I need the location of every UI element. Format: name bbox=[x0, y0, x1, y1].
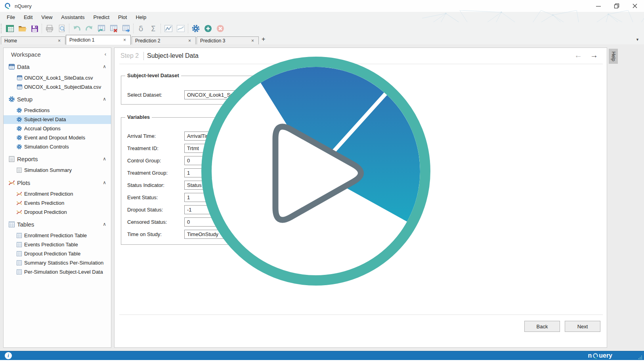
nquery-q-icon bbox=[592, 352, 599, 360]
application-window: nQuery File Edit View Assistants Predict… bbox=[0, 0, 644, 362]
revert-data-table-button[interactable] bbox=[95, 23, 107, 34]
censored-status-label: Censored Status: bbox=[127, 219, 167, 225]
tab-overflow-icon[interactable]: ▼ bbox=[636, 38, 639, 42]
menu-predict[interactable]: Predict bbox=[89, 13, 114, 22]
chevron-up-icon[interactable]: ∧ bbox=[103, 180, 106, 185]
plot-alt-button[interactable] bbox=[174, 23, 187, 34]
window-title: nQuery bbox=[15, 3, 32, 9]
tab-home[interactable]: Home × bbox=[1, 36, 65, 45]
group-legend: Subject-level Dataset bbox=[125, 72, 181, 78]
sidebar-item-summary-statistics-per-simulation[interactable]: Summary Statistics Per-Simulation bbox=[4, 259, 111, 267]
menu-view[interactable]: View bbox=[37, 13, 57, 22]
print-button[interactable] bbox=[43, 23, 55, 34]
tab-close-icon[interactable]: × bbox=[250, 38, 255, 44]
csv-icon bbox=[17, 75, 23, 81]
sidebar-item-events-prediction[interactable]: Events Prediction bbox=[4, 199, 111, 208]
settings-gear-button[interactable] bbox=[189, 23, 202, 34]
table-icon bbox=[16, 251, 22, 257]
redo-button[interactable] bbox=[83, 23, 95, 34]
nquery-logo-icon bbox=[4, 2, 11, 10]
back-button[interactable]: Back bbox=[524, 321, 560, 332]
report-icon bbox=[8, 156, 15, 162]
select-dataset-label: Select Dataset: bbox=[127, 92, 162, 98]
table-icon bbox=[16, 232, 22, 238]
table-icon bbox=[16, 260, 22, 266]
sidebar-item-dropout-prediction-table[interactable]: Dropout Prediction Table bbox=[4, 250, 111, 258]
sidebar-item-subject-level-data[interactable]: Subject-level Data bbox=[4, 115, 111, 124]
footer-divider bbox=[119, 314, 603, 315]
toolbar-grip[interactable] bbox=[1, 24, 2, 33]
dropout-status-label: Dropout Status: bbox=[127, 207, 163, 213]
collapse-sidebar-icon[interactable]: ‹ bbox=[105, 51, 106, 57]
open-file-button[interactable] bbox=[16, 23, 28, 34]
sidebar-item-subjectdata-csv[interactable]: ONCOX_iLook1_SubjectData.csv bbox=[4, 83, 111, 91]
delta-button[interactable]: δ bbox=[135, 23, 147, 34]
sigma-button[interactable]: Σ bbox=[147, 23, 159, 34]
sidebar-section-reports[interactable]: Reports ∧ bbox=[4, 154, 111, 164]
tab-close-icon[interactable]: × bbox=[187, 38, 192, 44]
tab-prediction-3[interactable]: Prediction 3 × bbox=[197, 36, 259, 45]
undo-button[interactable] bbox=[71, 23, 83, 34]
sidebar-item-enrollment-prediction-table[interactable]: Enrollment Prediction Table bbox=[4, 231, 111, 240]
tab-prediction-2[interactable]: Prediction 2 × bbox=[132, 36, 196, 45]
status-indicator-label: Status Indicator: bbox=[127, 182, 164, 188]
resize-grip[interactable] bbox=[638, 355, 642, 359]
delete-data-table-button[interactable] bbox=[107, 23, 120, 34]
gear-icon bbox=[16, 116, 22, 122]
menu-file[interactable]: File bbox=[2, 13, 19, 22]
chevron-up-icon[interactable]: ∧ bbox=[103, 64, 106, 69]
sidebar-item-accrual-options[interactable]: Accrual Options bbox=[4, 124, 111, 133]
event-status-label: Event Status: bbox=[127, 194, 158, 200]
sidebar-item-sitedata-csv[interactable]: ONCOX_iLook1_SiteData.csv bbox=[4, 74, 111, 82]
sidebar-item-dropout-prediction[interactable]: Dropout Prediction bbox=[4, 208, 111, 217]
sidebar-section-setup[interactable]: Setup ∧ bbox=[4, 95, 111, 104]
csv-icon bbox=[8, 63, 15, 70]
sidebar-item-enrollment-prediction[interactable]: Enrollment Prediction bbox=[4, 190, 111, 198]
save-button[interactable] bbox=[28, 23, 40, 34]
add-circle-button[interactable] bbox=[202, 23, 214, 34]
menu-plot[interactable]: Plot bbox=[114, 13, 131, 22]
csv-icon bbox=[17, 84, 23, 90]
sidebar-item-per-simulation-subject-level-data[interactable]: Per-Simulation Subject-Level Data bbox=[4, 268, 111, 276]
sidebar-section-plots[interactable]: Plots ∧ bbox=[4, 178, 111, 188]
gear-icon bbox=[16, 144, 22, 150]
sidebar-item-simulation-controls[interactable]: Simulation Controls bbox=[4, 143, 111, 151]
tab-close-icon[interactable]: × bbox=[122, 37, 127, 43]
menu-edit[interactable]: Edit bbox=[19, 13, 37, 22]
chevron-up-icon[interactable]: ∧ bbox=[103, 156, 106, 162]
sidebar-item-event-and-dropout-models[interactable]: Event and Dropout Models bbox=[4, 133, 111, 142]
gear-icon bbox=[8, 96, 15, 103]
table-icon bbox=[16, 269, 22, 275]
sidebar-section-tables[interactable]: Tables ∧ bbox=[4, 220, 111, 229]
menu-assistants[interactable]: Assistants bbox=[57, 13, 89, 22]
sidebar-item-events-prediction-table[interactable]: Events Prediction Table bbox=[4, 240, 111, 249]
navigate-forward-icon[interactable]: → bbox=[590, 51, 598, 60]
chevron-up-icon[interactable]: ∧ bbox=[103, 96, 106, 102]
info-icon[interactable]: i bbox=[5, 352, 12, 359]
plot-icon bbox=[16, 191, 22, 197]
new-tab-button[interactable]: + bbox=[262, 36, 265, 43]
next-button[interactable]: Next bbox=[565, 321, 600, 332]
help-side-tab[interactable]: Help bbox=[609, 49, 618, 64]
workspace-title: Workspace bbox=[11, 51, 41, 58]
print-preview-button[interactable] bbox=[55, 23, 68, 34]
tab-prediction-1[interactable]: Prediction 1 × bbox=[66, 35, 131, 45]
navigate-back-icon[interactable]: ← bbox=[574, 51, 582, 60]
treatment-group-label: Treatment Group: bbox=[127, 170, 168, 176]
export-data-table-button[interactable] bbox=[120, 23, 132, 34]
sidebar-item-simulation-summary[interactable]: Simulation Summary bbox=[4, 166, 111, 175]
toolbar: δ Σ bbox=[0, 22, 644, 35]
chevron-up-icon[interactable]: ∧ bbox=[103, 221, 106, 227]
menu-help[interactable]: Help bbox=[131, 13, 151, 22]
plot-icon bbox=[16, 200, 22, 206]
sidebar-item-predictions[interactable]: Predictions bbox=[4, 106, 111, 115]
new-data-table-button[interactable] bbox=[4, 23, 16, 34]
remove-circle-button[interactable] bbox=[214, 23, 226, 34]
sidebar-section-data[interactable]: Data ∧ bbox=[4, 62, 111, 72]
plot-button[interactable] bbox=[162, 23, 174, 34]
plot-icon bbox=[16, 209, 22, 215]
control-group-label: Control Group: bbox=[127, 158, 161, 164]
video-play-overlay[interactable] bbox=[197, 54, 435, 288]
page-title: Subject-level Data bbox=[147, 52, 199, 59]
tab-close-icon[interactable]: × bbox=[57, 38, 62, 44]
